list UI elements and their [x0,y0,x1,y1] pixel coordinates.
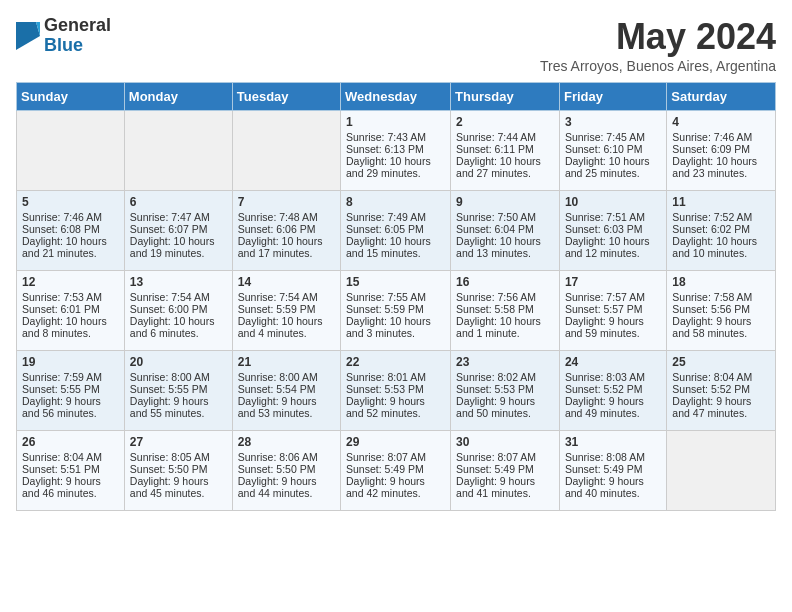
weekday-header-tuesday: Tuesday [232,83,340,111]
day-number: 24 [565,355,661,369]
day-number: 10 [565,195,661,209]
day-number: 27 [130,435,227,449]
calendar-cell: 26Sunrise: 8:04 AMSunset: 5:51 PMDayligh… [17,431,125,511]
day-number: 7 [238,195,335,209]
day-info-line: Daylight: 10 hours [565,235,661,247]
calendar-cell: 7Sunrise: 7:48 AMSunset: 6:06 PMDaylight… [232,191,340,271]
day-number: 18 [672,275,770,289]
day-info-line: Sunrise: 7:50 AM [456,211,554,223]
day-info-line: and 8 minutes. [22,327,119,339]
calendar-cell: 16Sunrise: 7:56 AMSunset: 5:58 PMDayligh… [451,271,560,351]
day-number: 31 [565,435,661,449]
day-info-line: Sunrise: 7:59 AM [22,371,119,383]
day-info-line: Daylight: 9 hours [565,315,661,327]
day-info-line: Sunrise: 7:55 AM [346,291,445,303]
day-info-line: and 44 minutes. [238,487,335,499]
day-info-line: Sunset: 6:07 PM [130,223,227,235]
day-info-line: Sunset: 5:51 PM [22,463,119,475]
day-info-line: Sunset: 5:54 PM [238,383,335,395]
day-number: 30 [456,435,554,449]
day-info-line: Sunset: 5:57 PM [565,303,661,315]
day-info-line: Sunrise: 7:49 AM [346,211,445,223]
day-info-line: and 56 minutes. [22,407,119,419]
day-info-line: Sunrise: 7:57 AM [565,291,661,303]
day-info-line: Sunrise: 7:53 AM [22,291,119,303]
day-info-line: Daylight: 10 hours [130,315,227,327]
day-info-line: Daylight: 9 hours [22,475,119,487]
day-info-line: Sunset: 6:02 PM [672,223,770,235]
weekday-header-sunday: Sunday [17,83,125,111]
day-info-line: Sunset: 6:05 PM [346,223,445,235]
day-info-line: and 15 minutes. [346,247,445,259]
calendar-cell [667,431,776,511]
day-info-line: and 55 minutes. [130,407,227,419]
day-info-line: Sunset: 6:00 PM [130,303,227,315]
day-info-line: and 17 minutes. [238,247,335,259]
logo: General Blue [16,16,111,56]
day-info-line: Daylight: 10 hours [346,315,445,327]
day-number: 15 [346,275,445,289]
weekday-header-wednesday: Wednesday [341,83,451,111]
day-info-line: Daylight: 9 hours [130,395,227,407]
day-info-line: Sunrise: 7:45 AM [565,131,661,143]
day-info-line: and 41 minutes. [456,487,554,499]
day-info-line: and 59 minutes. [565,327,661,339]
day-info-line: Sunset: 6:11 PM [456,143,554,155]
day-info-line: Sunset: 5:59 PM [346,303,445,315]
calendar-cell: 12Sunrise: 7:53 AMSunset: 6:01 PMDayligh… [17,271,125,351]
calendar-cell: 25Sunrise: 8:04 AMSunset: 5:52 PMDayligh… [667,351,776,431]
day-info-line: Sunrise: 7:44 AM [456,131,554,143]
day-info-line: Sunset: 5:52 PM [672,383,770,395]
day-info-line: Sunrise: 7:58 AM [672,291,770,303]
calendar-cell [124,111,232,191]
day-info-line: Sunset: 6:06 PM [238,223,335,235]
day-info-line: Sunset: 6:10 PM [565,143,661,155]
day-number: 19 [22,355,119,369]
svg-marker-0 [16,22,40,50]
day-number: 29 [346,435,445,449]
day-info-line: Sunrise: 7:47 AM [130,211,227,223]
day-info-line: Sunrise: 8:05 AM [130,451,227,463]
calendar-cell: 14Sunrise: 7:54 AMSunset: 5:59 PMDayligh… [232,271,340,351]
day-info-line: Sunset: 5:49 PM [456,463,554,475]
day-info-line: Sunset: 5:59 PM [238,303,335,315]
logo-general-text: General [44,16,111,36]
day-info-line: and 52 minutes. [346,407,445,419]
day-number: 4 [672,115,770,129]
day-info-line: Sunrise: 7:43 AM [346,131,445,143]
weekday-header-thursday: Thursday [451,83,560,111]
day-info-line: Daylight: 9 hours [456,475,554,487]
day-info-line: Daylight: 9 hours [565,395,661,407]
day-info-line: Sunset: 6:08 PM [22,223,119,235]
day-info-line: Sunrise: 7:51 AM [565,211,661,223]
calendar-cell: 27Sunrise: 8:05 AMSunset: 5:50 PMDayligh… [124,431,232,511]
day-info-line: Daylight: 9 hours [238,475,335,487]
day-info-line: and 49 minutes. [565,407,661,419]
day-number: 23 [456,355,554,369]
day-info-line: Sunrise: 8:03 AM [565,371,661,383]
day-info-line: Sunset: 5:53 PM [346,383,445,395]
day-info-line: and 6 minutes. [130,327,227,339]
day-info-line: Sunset: 6:13 PM [346,143,445,155]
day-info-line: Daylight: 9 hours [130,475,227,487]
day-info-line: and 42 minutes. [346,487,445,499]
day-number: 14 [238,275,335,289]
day-info-line: and 29 minutes. [346,167,445,179]
day-info-line: Daylight: 9 hours [672,395,770,407]
day-number: 21 [238,355,335,369]
day-info-line: Daylight: 9 hours [456,395,554,407]
day-info-line: Sunrise: 8:04 AM [22,451,119,463]
calendar-week-row: 12Sunrise: 7:53 AMSunset: 6:01 PMDayligh… [17,271,776,351]
day-info-line: Daylight: 9 hours [565,475,661,487]
calendar-table: SundayMondayTuesdayWednesdayThursdayFrid… [16,82,776,511]
weekday-header-monday: Monday [124,83,232,111]
day-number: 9 [456,195,554,209]
day-info-line: and 50 minutes. [456,407,554,419]
day-info-line: Sunrise: 8:07 AM [346,451,445,463]
calendar-cell [17,111,125,191]
calendar-cell: 23Sunrise: 8:02 AMSunset: 5:53 PMDayligh… [451,351,560,431]
day-info-line: Sunset: 5:50 PM [130,463,227,475]
day-info-line: Daylight: 10 hours [346,235,445,247]
day-info-line: Sunrise: 7:56 AM [456,291,554,303]
day-info-line: and 58 minutes. [672,327,770,339]
